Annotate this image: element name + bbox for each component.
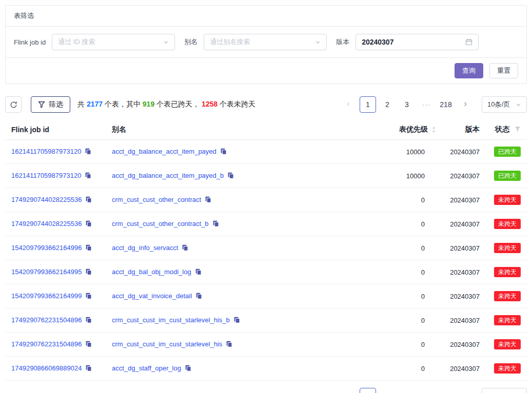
filter-fields-row: Flink job id 通过 ID 搜索 别名 通过别名搜索 版本 20240…: [6, 27, 526, 57]
copy-icon[interactable]: [195, 293, 202, 301]
page-size-select[interactable]: 10条/页: [482, 388, 527, 393]
copy-icon[interactable]: [85, 293, 92, 301]
pagination-page-2[interactable]: 2: [379, 388, 396, 393]
copy-icon[interactable]: [85, 365, 92, 373]
job-id-link[interactable]: 1621411705987973120: [11, 172, 81, 179]
copy-icon-glyph: [85, 196, 92, 203]
status-cell: 已跨天: [486, 164, 527, 188]
version-cell: 20240307: [442, 188, 486, 212]
column-header-priority[interactable]: 表优先级: [309, 120, 442, 140]
alias-link[interactable]: crm_cust_cust_im_cust_starlevel_his_b: [112, 316, 230, 324]
copy-icon[interactable]: [195, 268, 202, 277]
copy-icon[interactable]: [85, 172, 91, 180]
pagination-next[interactable]: ›: [457, 96, 474, 113]
copy-icon[interactable]: [185, 365, 191, 373]
job-id-link[interactable]: 1749290744028225536: [11, 220, 82, 227]
copy-icon[interactable]: [85, 220, 92, 229]
pagination-page-3[interactable]: 3: [399, 388, 415, 393]
copy-icon[interactable]: [85, 341, 92, 349]
pagination-page-2[interactable]: 2: [379, 96, 396, 113]
copy-icon-glyph: [85, 172, 91, 179]
priority-cell: 0: [309, 308, 442, 333]
pagination-prev[interactable]: ‹: [340, 96, 357, 113]
refresh-button[interactable]: [5, 96, 22, 113]
pagination-page-1[interactable]: 1: [360, 388, 376, 393]
alias-link[interactable]: crm_cust_cust_im_cust_starlevel_his: [112, 340, 222, 348]
copy-icon[interactable]: [85, 317, 92, 325]
alias-link[interactable]: acct_dg_info_servacct: [112, 244, 178, 252]
job-id-link[interactable]: 1621411705987973120: [11, 148, 81, 155]
table-row: 1621411705987973120acct_dg_balance_acct_…: [5, 140, 527, 164]
page-size-select[interactable]: 10条/页: [482, 96, 527, 113]
priority-cell: 0: [309, 260, 442, 284]
copy-icon-glyph: [85, 293, 92, 299]
calendar-icon: [465, 38, 472, 46]
reset-button[interactable]: 重置: [489, 63, 518, 78]
copy-icon-glyph: [233, 317, 240, 323]
version-date-input[interactable]: 20240307: [356, 34, 479, 50]
copy-icon[interactable]: [85, 244, 92, 253]
filter-panel: 表筛选 Flink job id 通过 ID 搜索 别名 通过别名搜索 版本: [5, 5, 527, 84]
job-id-cell: 1749290744028225536: [5, 212, 106, 236]
job-id-cell: 1542097993662164995: [5, 260, 106, 284]
alias-link[interactable]: acct_dg_staff_oper_log: [112, 364, 181, 372]
copy-icon[interactable]: [85, 196, 92, 204]
copy-icon[interactable]: [220, 148, 227, 156]
pagination-page-1[interactable]: 1: [360, 96, 376, 113]
table-row: 1749290744028225536crm_cust_cust_other_c…: [5, 212, 527, 236]
summary-count-red: 1258: [202, 100, 218, 108]
copy-icon-glyph: [185, 365, 191, 371]
copy-icon-glyph: [85, 244, 92, 251]
copy-icon[interactable]: [85, 148, 91, 156]
alias-select[interactable]: 通过别名搜索: [204, 34, 327, 50]
pagination-page-218[interactable]: 218: [438, 388, 454, 393]
job-id-cell: 1621411705987973120: [5, 140, 106, 164]
copy-icon[interactable]: [227, 172, 234, 180]
pagination-page-218[interactable]: 218: [438, 96, 454, 113]
status-badge: 已跨天: [494, 147, 521, 157]
job-id-link[interactable]: 1542097993662164996: [11, 244, 82, 252]
summary-count-blue: 2177: [87, 100, 103, 108]
filter-button[interactable]: 筛选: [31, 96, 70, 113]
job-id-link[interactable]: 1749290866069889024: [11, 364, 82, 372]
alias-link[interactable]: acct_dg_bal_obj_modi_log: [112, 268, 191, 276]
flink-job-id-select[interactable]: 通过 ID 搜索: [52, 34, 175, 50]
copy-icon[interactable]: [226, 341, 232, 349]
pagination-page-3[interactable]: 3: [399, 96, 415, 113]
job-id-link[interactable]: 1542097993662164999: [11, 292, 82, 300]
alias-field: 别名 通过别名搜索: [184, 34, 327, 50]
sort-icon[interactable]: [431, 126, 436, 133]
copy-icon[interactable]: [205, 196, 211, 204]
alias-link[interactable]: acct_dg_vat_invoice_detail: [112, 292, 192, 300]
job-id-link[interactable]: 1542097993662164995: [11, 268, 82, 276]
flink-job-id-field: Flink job id 通过 ID 搜索: [14, 34, 175, 50]
chevron-down-icon: [163, 39, 169, 45]
chevron-down-icon: [516, 102, 521, 108]
status-cell: 未跨天: [486, 260, 527, 284]
version-cell: 20240307: [442, 333, 486, 357]
column-label: Flink job id: [11, 126, 49, 134]
copy-icon[interactable]: [212, 220, 219, 229]
priority-cell: 0: [309, 236, 442, 260]
alias-cell: crm_cust_cust_other_contract_b: [106, 212, 309, 236]
pagination-prev[interactable]: ‹: [340, 388, 357, 393]
pagination-ellipsis[interactable]: ···: [418, 96, 435, 113]
job-id-link[interactable]: 1749290762231504896: [11, 340, 82, 348]
alias-link[interactable]: acct_dg_balance_acct_item_payed_b: [112, 172, 224, 179]
copy-icon[interactable]: [233, 317, 240, 325]
column-header-flink-job-id: Flink job id: [5, 120, 106, 140]
copy-icon-glyph: [85, 148, 91, 155]
pagination-next[interactable]: ›: [457, 388, 474, 393]
alias-link[interactable]: crm_cust_cust_other_contract: [112, 196, 201, 203]
copy-icon[interactable]: [182, 244, 188, 253]
alias-cell: acct_dg_balance_acct_item_payed: [106, 140, 309, 164]
filter-icon[interactable]: [515, 126, 521, 132]
pagination-ellipsis[interactable]: ···: [418, 388, 435, 393]
alias-link[interactable]: acct_dg_balance_acct_item_payed: [112, 148, 216, 155]
copy-icon-glyph: [195, 268, 202, 275]
job-id-link[interactable]: 1749290744028225536: [11, 196, 82, 203]
alias-link[interactable]: crm_cust_cust_other_contract_b: [112, 220, 209, 227]
job-id-link[interactable]: 1749290762231504896: [11, 316, 82, 324]
query-button[interactable]: 查询: [455, 63, 483, 78]
copy-icon[interactable]: [85, 268, 92, 277]
